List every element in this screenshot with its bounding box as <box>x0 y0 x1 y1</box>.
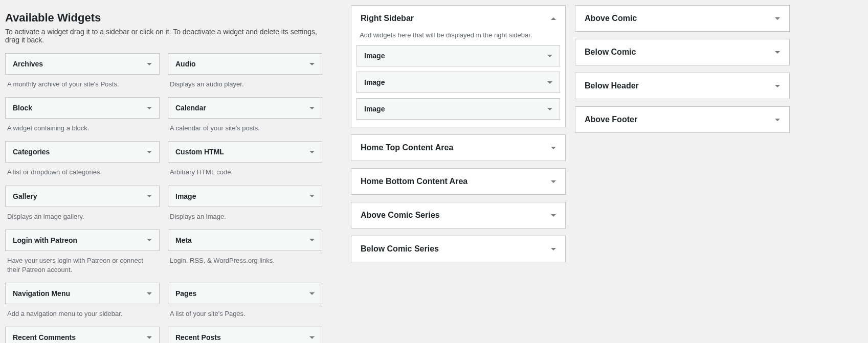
chevron-down-icon <box>309 151 315 153</box>
chevron-down-icon <box>147 63 152 65</box>
placed-widget[interactable]: Image <box>357 72 560 93</box>
available-widget[interactable]: Login with Patreon <box>5 230 160 251</box>
available-widgets-grid: ArchivesA monthly archive of your site's… <box>5 53 322 343</box>
chevron-down-icon <box>147 107 152 109</box>
widget-title: Audio <box>175 60 196 68</box>
sidebar-panel: Home Bottom Content Area <box>351 168 566 195</box>
sidebar-panel-header[interactable]: Below Comic <box>575 39 789 65</box>
available-widget[interactable]: Navigation Menu <box>5 283 160 304</box>
sidebar-panel-title: Above Footer <box>585 115 637 124</box>
widget-title: Calendar <box>175 104 206 112</box>
sidebar-panel-header[interactable]: Right Sidebar <box>351 6 565 31</box>
widget-description: A monthly archive of your site's Posts. <box>7 80 158 89</box>
chevron-down-icon <box>551 180 556 183</box>
widget-description: A list of your site's Pages. <box>170 309 320 318</box>
available-widget[interactable]: Pages <box>168 283 322 304</box>
available-widgets-title: Available Widgets <box>5 11 322 25</box>
sidebar-panel-title: Below Comic <box>585 48 636 57</box>
placed-widget-title: Image <box>364 52 385 60</box>
chevron-down-icon <box>775 51 780 54</box>
chevron-down-icon <box>147 239 152 241</box>
widget-description: Login, RSS, & WordPress.org links. <box>170 256 320 265</box>
available-widget[interactable]: Block <box>5 97 160 119</box>
widget-title: Recent Posts <box>175 333 221 341</box>
available-widget[interactable]: Calendar <box>168 97 322 119</box>
available-widget[interactable]: Archives <box>5 53 160 75</box>
chevron-down-icon <box>547 108 552 110</box>
sidebar-panel-body[interactable]: Add widgets here that will be displayed … <box>351 31 565 127</box>
sidebar-panel-title: Right Sidebar <box>361 14 414 23</box>
widget-title: Custom HTML <box>175 148 224 156</box>
widget-description: Displays an image. <box>170 212 320 221</box>
widget-title: Archives <box>13 60 43 68</box>
sidebar-panel-hint: Add widgets here that will be displayed … <box>360 31 557 39</box>
chevron-down-icon <box>309 292 315 295</box>
available-widget[interactable]: Recent Posts <box>168 327 322 343</box>
widget-title: Meta <box>175 236 192 244</box>
placed-widget[interactable]: Image <box>357 98 560 120</box>
available-widget[interactable]: Image <box>168 186 322 207</box>
chevron-down-icon <box>147 195 152 197</box>
widget-description: A widget containing a block. <box>7 124 158 133</box>
available-widget[interactable]: Audio <box>168 53 322 75</box>
available-widgets-description: To activate a widget drag it to a sideba… <box>5 28 322 44</box>
available-widget[interactable]: Custom HTML <box>168 141 322 163</box>
widget-description: Add a navigation menu to your sidebar. <box>7 309 158 318</box>
widget-title: Gallery <box>13 192 37 200</box>
chevron-down-icon <box>309 107 315 109</box>
chevron-down-icon <box>147 292 152 295</box>
widget-description: Displays an image gallery. <box>7 212 158 221</box>
placed-widget[interactable]: Image <box>357 45 560 66</box>
sidebar-panel-title: Home Top Content Area <box>361 143 453 152</box>
chevron-up-icon <box>551 17 556 20</box>
chevron-down-icon <box>775 17 780 20</box>
sidebar-panel: Below Comic Series <box>351 236 566 262</box>
chevron-down-icon <box>551 214 556 217</box>
sidebar-panel: Below Header <box>575 73 790 99</box>
sidebar-panel-header[interactable]: Home Top Content Area <box>351 135 565 161</box>
widget-description: Have your users login with Patreon or co… <box>7 256 158 275</box>
chevron-down-icon <box>775 85 780 87</box>
widget-title: Login with Patreon <box>13 236 77 244</box>
chevron-down-icon <box>309 63 315 65</box>
chevron-down-icon <box>309 239 315 241</box>
chevron-down-icon <box>309 336 315 339</box>
available-widget[interactable]: Recent Comments <box>5 327 160 343</box>
sidebar-panel-header[interactable]: Home Bottom Content Area <box>351 169 565 194</box>
widget-title: Recent Comments <box>13 333 76 341</box>
chevron-down-icon <box>147 336 152 339</box>
widget-title: Image <box>175 192 196 200</box>
chevron-down-icon <box>309 195 315 197</box>
widget-description: A list or dropdown of categories. <box>7 168 158 177</box>
sidebar-panel-title: Below Header <box>585 81 639 90</box>
widget-title: Block <box>13 104 32 112</box>
chevron-down-icon <box>547 81 552 84</box>
sidebar-panel: Above Comic <box>575 5 790 32</box>
sidebar-panel-header[interactable]: Above Comic Series <box>351 202 565 228</box>
available-widget[interactable]: Categories <box>5 141 160 163</box>
sidebar-panel-title: Above Comic <box>585 14 637 23</box>
sidebars-column-1: Right SidebarAdd widgets here that will … <box>351 5 566 269</box>
sidebar-panel: Home Top Content Area <box>351 134 566 161</box>
sidebar-panel-title: Home Bottom Content Area <box>361 177 468 186</box>
sidebar-panel-header[interactable]: Above Footer <box>575 107 789 132</box>
sidebar-panel-header[interactable]: Above Comic <box>575 6 789 31</box>
sidebar-panel-title: Below Comic Series <box>361 244 439 254</box>
widget-description: A calendar of your site's posts. <box>170 124 320 133</box>
widget-description: Displays an audio player. <box>170 80 320 89</box>
widget-description: Arbitrary HTML code. <box>170 168 320 177</box>
sidebar-panel: Right SidebarAdd widgets here that will … <box>351 5 566 127</box>
available-widget[interactable]: Gallery <box>5 186 160 207</box>
sidebar-panel: Below Comic <box>575 39 790 65</box>
chevron-down-icon <box>551 248 556 250</box>
sidebar-panel: Above Comic Series <box>351 202 566 228</box>
available-widgets-column: Available Widgets To activate a widget d… <box>5 5 322 343</box>
widget-title: Navigation Menu <box>13 289 70 298</box>
chevron-down-icon <box>547 55 552 57</box>
chevron-down-icon <box>551 147 556 149</box>
sidebar-panel-header[interactable]: Below Comic Series <box>351 236 565 262</box>
widget-title: Pages <box>175 289 196 298</box>
sidebars-column-2: Above ComicBelow ComicBelow HeaderAbove … <box>575 5 790 140</box>
sidebar-panel-header[interactable]: Below Header <box>575 73 789 99</box>
available-widget[interactable]: Meta <box>168 230 322 251</box>
